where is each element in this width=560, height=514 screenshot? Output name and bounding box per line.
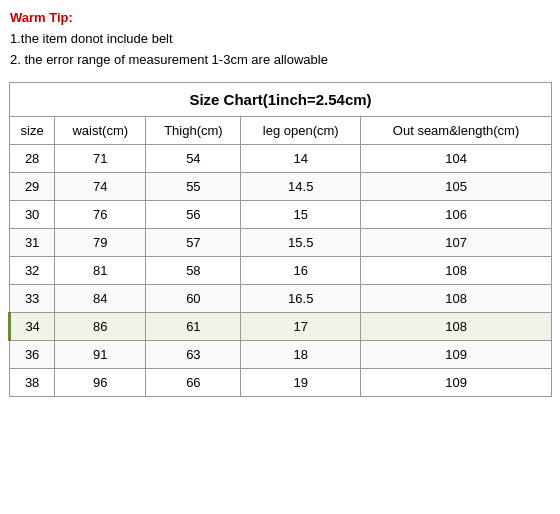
table-row: 29745514.5105 <box>10 173 552 201</box>
cell-row4-col2: 58 <box>146 257 241 285</box>
cell-row0-col1: 71 <box>55 145 146 173</box>
table-title: Size Chart(1inch=2.54cm) <box>10 83 552 117</box>
cell-row6-col3: 17 <box>241 313 361 341</box>
cell-row1-col1: 74 <box>55 173 146 201</box>
cell-row2-col3: 15 <box>241 201 361 229</box>
cell-row7-col3: 18 <box>241 341 361 369</box>
cell-row6-col2: 61 <box>146 313 241 341</box>
cell-row7-col4: 109 <box>361 341 552 369</box>
cell-row0-col0: 28 <box>10 145 55 173</box>
cell-row8-col2: 66 <box>146 369 241 397</box>
table-row: 38966619109 <box>10 369 552 397</box>
cell-row1-col3: 14.5 <box>241 173 361 201</box>
table-row: 36916318109 <box>10 341 552 369</box>
cell-row8-col3: 19 <box>241 369 361 397</box>
cell-row0-col2: 54 <box>146 145 241 173</box>
cell-row1-col2: 55 <box>146 173 241 201</box>
cell-row4-col0: 32 <box>10 257 55 285</box>
cell-row8-col1: 96 <box>55 369 146 397</box>
col-header-size: size <box>10 117 55 145</box>
size-chart-table: Size Chart(1inch=2.54cm) size waist(cm) … <box>8 82 552 397</box>
col-header-waist: waist(cm) <box>55 117 146 145</box>
cell-row1-col4: 105 <box>361 173 552 201</box>
cell-row2-col4: 106 <box>361 201 552 229</box>
col-header-outseam: Out seam&length(cm) <box>361 117 552 145</box>
cell-row5-col2: 60 <box>146 285 241 313</box>
cell-row2-col2: 56 <box>146 201 241 229</box>
table-row: 33846016.5108 <box>10 285 552 313</box>
cell-row5-col4: 108 <box>361 285 552 313</box>
cell-row3-col3: 15.5 <box>241 229 361 257</box>
cell-row4-col1: 81 <box>55 257 146 285</box>
table-row: 31795715.5107 <box>10 229 552 257</box>
cell-row3-col2: 57 <box>146 229 241 257</box>
warm-tip-section: Warm Tip: 1.the item donot include belt … <box>0 0 560 76</box>
cell-row6-col0: 34 <box>10 313 55 341</box>
cell-row4-col4: 108 <box>361 257 552 285</box>
table-row: 34866117108 <box>10 313 552 341</box>
table-row: 28715414104 <box>10 145 552 173</box>
warm-tip-line1: 1.the item donot include belt <box>10 31 173 46</box>
cell-row2-col0: 30 <box>10 201 55 229</box>
cell-row5-col1: 84 <box>55 285 146 313</box>
cell-row3-col0: 31 <box>10 229 55 257</box>
cell-row5-col3: 16.5 <box>241 285 361 313</box>
cell-row1-col0: 29 <box>10 173 55 201</box>
cell-row8-col0: 38 <box>10 369 55 397</box>
warm-tip-line2: 2. the error range of measurement 1-3cm … <box>10 52 328 67</box>
size-chart-wrapper: Size Chart(1inch=2.54cm) size waist(cm) … <box>0 76 560 407</box>
cell-row7-col2: 63 <box>146 341 241 369</box>
cell-row2-col1: 76 <box>55 201 146 229</box>
col-header-thigh: Thigh(cm) <box>146 117 241 145</box>
cell-row6-col1: 86 <box>55 313 146 341</box>
cell-row7-col1: 91 <box>55 341 146 369</box>
cell-row8-col4: 109 <box>361 369 552 397</box>
col-header-legopen: leg open(cm) <box>241 117 361 145</box>
cell-row3-col4: 107 <box>361 229 552 257</box>
cell-row7-col0: 36 <box>10 341 55 369</box>
table-row: 32815816108 <box>10 257 552 285</box>
table-row: 30765615106 <box>10 201 552 229</box>
warm-tip-title: Warm Tip: <box>10 10 73 25</box>
cell-row0-col3: 14 <box>241 145 361 173</box>
cell-row0-col4: 104 <box>361 145 552 173</box>
cell-row4-col3: 16 <box>241 257 361 285</box>
table-body: 2871541410429745514.51053076561510631795… <box>10 145 552 397</box>
cell-row5-col0: 33 <box>10 285 55 313</box>
cell-row6-col4: 108 <box>361 313 552 341</box>
cell-row3-col1: 79 <box>55 229 146 257</box>
